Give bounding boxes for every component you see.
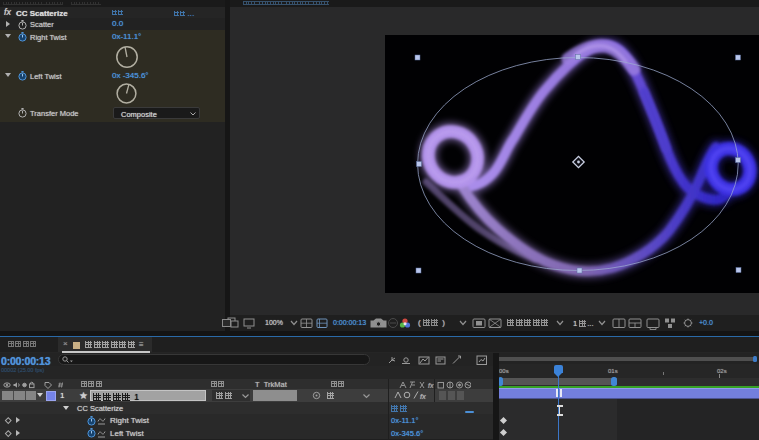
svg-text:fx: fx bbox=[420, 391, 426, 400]
